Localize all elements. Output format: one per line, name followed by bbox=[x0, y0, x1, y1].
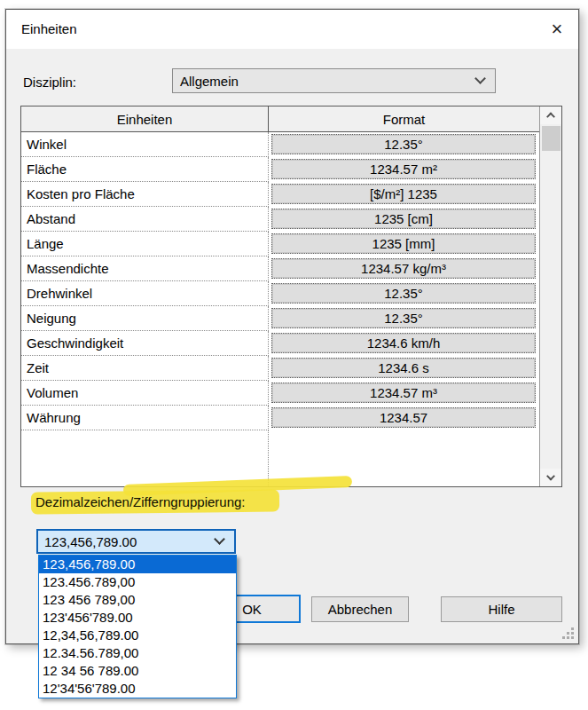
table-row: Drehwinkel 12.35° bbox=[21, 281, 539, 306]
empty-units-column bbox=[21, 430, 269, 486]
table-row: Winkel 12.35° bbox=[21, 132, 539, 157]
unit-name-cell: Geschwindigkeit bbox=[21, 331, 269, 356]
close-icon[interactable]: × bbox=[543, 15, 571, 43]
format-button[interactable]: 12.35° bbox=[271, 134, 536, 154]
table-main: Einheiten Format Winkel 12.35° Fläche 12… bbox=[21, 106, 539, 486]
table-row: Volumen 1234.57 m³ bbox=[21, 381, 539, 406]
format-cell: 1234.57 kg/m³ bbox=[269, 256, 539, 281]
grouping-option[interactable]: 12 34 56 789.00 bbox=[39, 662, 236, 680]
format-cell: 1235 [mm] bbox=[269, 232, 539, 256]
column-header-units: Einheiten bbox=[21, 106, 269, 131]
unit-name-cell: Fläche bbox=[21, 157, 269, 182]
chevron-down-icon bbox=[474, 73, 486, 84]
dialog-title: Einheiten bbox=[21, 21, 77, 36]
format-cell: 1234.6 s bbox=[269, 356, 539, 381]
format-button[interactable]: 1234.57 m² bbox=[271, 159, 536, 179]
units-table: Einheiten Format Winkel 12.35° Fläche 12… bbox=[20, 106, 562, 487]
unit-name-cell: Drehwinkel bbox=[21, 281, 269, 306]
scroll-down-button[interactable] bbox=[540, 469, 561, 486]
column-header-format: Format bbox=[269, 106, 539, 131]
scroll-up-button[interactable] bbox=[540, 106, 561, 124]
chevron-down-icon bbox=[546, 472, 555, 481]
discipline-combobox[interactable]: Allgemein bbox=[172, 68, 496, 93]
format-button[interactable]: 1234.57 m³ bbox=[271, 383, 536, 403]
format-button[interactable]: 1235 [cm] bbox=[271, 209, 536, 229]
grouping-label: Dezimalzeichen/Zifferngruppierung: bbox=[35, 494, 246, 509]
table-row: Länge 1235 [mm] bbox=[21, 232, 539, 256]
chevron-down-icon bbox=[214, 533, 225, 545]
format-cell: 1234.57 bbox=[269, 406, 539, 430]
grouping-option[interactable]: 12.34.56.789,00 bbox=[39, 644, 236, 662]
discipline-value: Allgemein bbox=[180, 74, 239, 89]
grouping-option[interactable]: 123 456 789,00 bbox=[39, 591, 236, 609]
grouping-dropdown-list: 123,456,789.00123.456.789,00123 456 789,… bbox=[38, 555, 237, 698]
cancel-button[interactable]: Abbrechen bbox=[311, 596, 409, 622]
format-cell: 12.35° bbox=[269, 281, 539, 306]
table-row: Fläche 1234.57 m² bbox=[21, 157, 539, 182]
table-body: Winkel 12.35° Fläche 1234.57 m² Kosten p… bbox=[21, 132, 539, 430]
unit-name-cell: Abstand bbox=[21, 207, 269, 232]
grouping-option[interactable]: 123.456.789,00 bbox=[39, 573, 236, 591]
unit-name-cell: Neigung bbox=[21, 306, 269, 331]
help-button[interactable]: Hilfe bbox=[441, 596, 562, 622]
format-button[interactable]: 1234.57 bbox=[271, 407, 536, 428]
unit-name-cell: Kosten pro Fläche bbox=[21, 182, 269, 207]
resize-grip-icon[interactable] bbox=[562, 627, 574, 639]
table-row: Neigung 12.35° bbox=[21, 306, 539, 331]
table-row: Zeit 1234.6 s bbox=[21, 356, 539, 381]
unit-name-cell: Massendichte bbox=[21, 256, 269, 281]
format-cell: [$/m²] 1235 bbox=[269, 182, 539, 207]
grouping-value: 123,456,789.00 bbox=[44, 534, 137, 549]
format-button[interactable]: 1234.57 kg/m³ bbox=[271, 258, 536, 279]
grouping-option[interactable]: 123'456'789.00 bbox=[39, 609, 236, 627]
grouping-option[interactable]: 12'34'56'789.00 bbox=[39, 680, 236, 698]
chevron-up-icon bbox=[546, 112, 555, 121]
title-bar: Einheiten × bbox=[6, 10, 578, 49]
scrollbar-track[interactable] bbox=[540, 124, 561, 469]
unit-name-cell: Volumen bbox=[21, 381, 269, 406]
unit-name-cell: Winkel bbox=[21, 132, 269, 157]
scrollbar-thumb[interactable] bbox=[542, 126, 561, 151]
format-button[interactable]: 1235 [mm] bbox=[271, 233, 536, 254]
grouping-combobox[interactable]: 123,456,789.00 bbox=[36, 529, 236, 554]
format-button[interactable]: 1234.6 s bbox=[271, 358, 536, 378]
discipline-label: Disziplin: bbox=[23, 75, 76, 90]
format-cell: 12.35° bbox=[269, 306, 539, 331]
table-row: Massendichte 1234.57 kg/m³ bbox=[21, 256, 539, 281]
format-cell: 12.35° bbox=[269, 132, 539, 157]
unit-name-cell: Länge bbox=[21, 232, 269, 256]
table-header-row: Einheiten Format bbox=[21, 106, 539, 132]
format-cell: 1234.57 m² bbox=[269, 157, 539, 182]
table-scrollbar[interactable] bbox=[539, 106, 561, 486]
format-button[interactable]: 1234.6 km/h bbox=[271, 333, 536, 353]
format-cell: 1235 [cm] bbox=[269, 207, 539, 232]
format-button[interactable]: 12.35° bbox=[271, 283, 536, 304]
units-dialog: Einheiten × Disziplin: Allgemein Einheit… bbox=[5, 9, 579, 644]
format-button[interactable]: 12.35° bbox=[271, 308, 536, 328]
format-cell: 1234.57 m³ bbox=[269, 381, 539, 406]
table-row: Kosten pro Fläche [$/m²] 1235 bbox=[21, 182, 539, 207]
table-row: Abstand 1235 [cm] bbox=[21, 207, 539, 232]
format-cell: 1234.6 km/h bbox=[269, 331, 539, 356]
table-row: Geschwindigkeit 1234.6 km/h bbox=[21, 331, 539, 356]
grouping-option[interactable]: 12,34,56,789.00 bbox=[39, 627, 236, 644]
format-button[interactable]: [$/m²] 1235 bbox=[271, 184, 536, 204]
unit-name-cell: Zeit bbox=[21, 356, 269, 381]
table-row: Währung 1234.57 bbox=[21, 406, 539, 430]
grouping-option[interactable]: 123,456,789.00 bbox=[39, 556, 236, 573]
unit-name-cell: Währung bbox=[21, 406, 269, 430]
